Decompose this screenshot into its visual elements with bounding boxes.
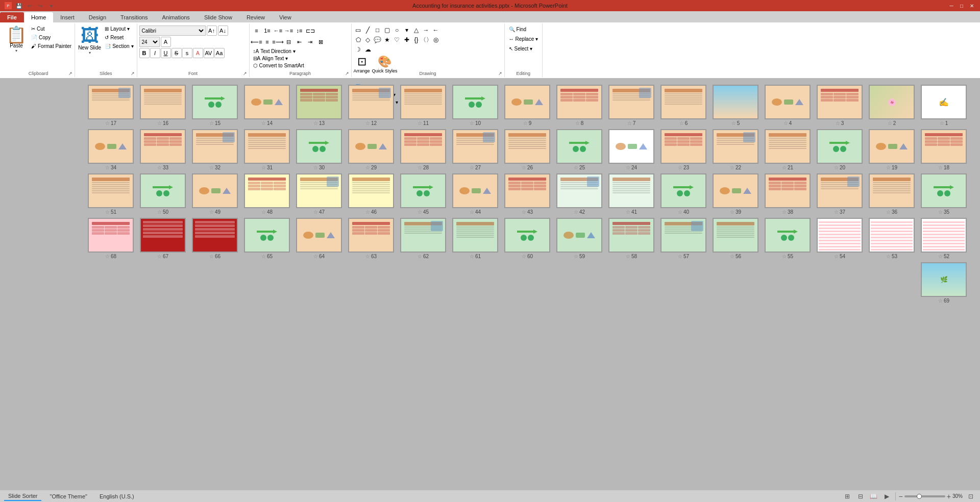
slide-thumb[interactable]: ☆ 42 [554,173,604,215]
tab-file[interactable]: File [0,12,24,22]
tab-view[interactable]: View [272,12,299,22]
slide-thumb[interactable]: ☆ 12 [346,85,396,126]
new-slide-button[interactable]: 🖼 New Slide ▾ [77,26,102,56]
font-name-select[interactable]: Calibri [139,26,206,36]
slide-thumb[interactable]: ☆ 66 [190,218,240,259]
slide-thumb[interactable]: ☆ 23 [658,129,708,170]
paste-dropdown-icon[interactable]: ▾ [15,48,17,53]
slide-show-view-button[interactable]: ▶ [882,492,892,501]
shape-moon[interactable]: ☽ [354,45,363,54]
shape-cloud[interactable]: ☁ [363,45,373,54]
shape-arrow-r[interactable]: → [422,26,431,35]
redo-button[interactable]: ↪ [36,1,45,10]
slide-thumb[interactable]: ☆ 17 [86,85,136,126]
status-tab-theme[interactable]: "Office Theme" [45,492,91,500]
shape-rect[interactable]: ▭ [354,26,363,35]
shape-arrow-l[interactable]: ← [431,26,440,35]
slide-thumb[interactable]: ☆ 15 [190,85,240,126]
shape-star[interactable]: ★ [383,35,392,44]
slide-thumb[interactable]: ☆ 18 [919,129,969,170]
slide-thumb[interactable]: ☆ 20 [815,129,865,170]
format-painter-button[interactable]: 🖌 Format Painter [30,43,72,49]
reset-button[interactable]: ↺ Reset [104,34,134,41]
slide-thumb[interactable]: ☆ 64 [294,218,344,259]
slide-thumb[interactable]: ✍ ☆ 1 [919,85,969,126]
increase-font-size-button[interactable]: A↑ [207,26,217,36]
convert-smartart-button[interactable]: ⬡ Convert to SmartArt [252,62,306,69]
align-text-button[interactable]: ⊟A Align Text ▾ [252,55,306,62]
align-center-button[interactable]: ≡ [262,37,273,47]
slide-thumb[interactable]: ☆ 25 [554,129,604,170]
paste-button[interactable]: 📋 Paste ▾ [4,26,29,54]
shape-oval[interactable]: ○ [393,26,402,35]
slide-thumb[interactable]: ☆ 19 [867,129,917,170]
slide-thumb[interactable]: ☆ 44 [450,173,500,215]
justify-button[interactable]: ⊟ [284,37,294,47]
slide-thumb[interactable]: ☆ 67 [138,218,188,259]
slide-thumb[interactable]: ☆ 60 [502,218,552,259]
slide-thumb[interactable]: ☆ 4 [763,85,813,126]
tab-transitions[interactable]: Transitions [113,12,155,22]
slide-thumb[interactable]: ☆ 24 [606,129,656,170]
slide-thumb[interactable]: ☆ 63 [346,218,396,259]
slide-thumb[interactable]: 🌿 ☆ 69 [919,262,969,304]
slide-thumb[interactable]: ☆ 56 [710,218,761,259]
character-spacing-button[interactable]: AV [204,48,214,58]
clipboard-expand-button[interactable]: ↗ [68,71,72,76]
slide-thumb[interactable]: ☆ 62 [398,218,448,259]
status-tab-language[interactable]: English (U.S.) [95,492,138,500]
slide-thumb[interactable]: ☆ 14 [242,85,292,126]
slide-thumb[interactable]: ☆ 54 [815,218,865,259]
select-button[interactable]: ↖ Select ▾ [507,45,535,53]
undo-button[interactable]: ↩ [25,1,34,10]
slide-sorter-view-button[interactable]: ⊟ [855,492,866,501]
slide-thumb[interactable]: ☆ 8 [554,85,604,126]
save-button[interactable]: 💾 [14,1,23,10]
slide-thumb[interactable]: ☆ 11 [398,85,448,126]
rtl-button[interactable]: ⇤ [295,37,305,47]
slide-thumb[interactable]: ☆ 55 [763,218,813,259]
replace-button[interactable]: ↔ Replace ▾ [507,35,541,43]
slide-thumb[interactable]: ☆ 50 [138,173,188,215]
layout-button[interactable]: ⊞ Layout ▾ [104,26,134,32]
slide-thumb[interactable]: ☆ 68 [86,218,136,259]
slide-thumb[interactable]: ☆ 30 [294,129,344,170]
shape-diamond[interactable]: ◇ [363,35,373,44]
decrease-indent-button[interactable]: ←≡ [273,26,283,36]
status-tab-slide-sorter[interactable]: Slide Sorter [4,492,41,501]
slide-thumb[interactable]: ☆ 31 [242,129,292,170]
slides-expand-button[interactable]: ↗ [131,71,135,76]
font-expand-button[interactable]: ↗ [243,71,247,76]
text-direction-button[interactable]: ↕A Text Direction ▾ [252,48,306,55]
slide-thumb[interactable]: ☆ 34 [86,129,136,170]
shape-brace[interactable]: 〈〉 [422,35,431,44]
slide-thumb[interactable]: 🌸 ☆ 2 [867,85,917,126]
shape-tri[interactable]: △ [412,26,421,35]
align-right-button[interactable]: ≡⟶ [273,37,283,47]
shape-cross[interactable]: ✚ [402,35,411,44]
bold-button[interactable]: B [139,48,150,58]
drawing-expand-button[interactable]: ↗ [498,71,502,76]
shape-more[interactable]: ▾ [402,26,411,35]
slide-thumb[interactable]: ☆ 49 [190,173,240,215]
section-button[interactable]: 📑 Section ▾ [104,43,134,49]
font-size-select[interactable]: 24 [139,37,160,47]
slide-thumb[interactable]: ☆ 51 [86,173,136,215]
slide-thumb[interactable]: ☆ 28 [398,129,448,170]
slide-thumb[interactable]: ☆ 5 [710,85,761,126]
clear-formatting-button[interactable]: A [161,37,171,47]
zoom-slider-thumb[interactable] [917,494,922,499]
font-color-button[interactable]: A [193,48,203,58]
italic-button[interactable]: I [150,48,160,58]
minimize-button[interactable]: ─ [947,2,955,10]
shadow-button[interactable]: s [182,48,192,58]
slide-thumb[interactable]: ☆ 57 [658,218,708,259]
slide-thumb[interactable]: ☆ 22 [710,129,761,170]
reading-view-button[interactable]: 📖 [869,492,879,501]
slide-thumb[interactable]: ☆ 65 [242,218,292,259]
slide-thumb[interactable]: ☆ 40 [658,173,708,215]
bullets-button[interactable]: ≡ [252,26,262,36]
shape-ring[interactable]: ◎ [431,35,440,44]
change-case-button[interactable]: Aa [214,48,225,58]
shape-rect2[interactable]: □ [373,26,382,35]
